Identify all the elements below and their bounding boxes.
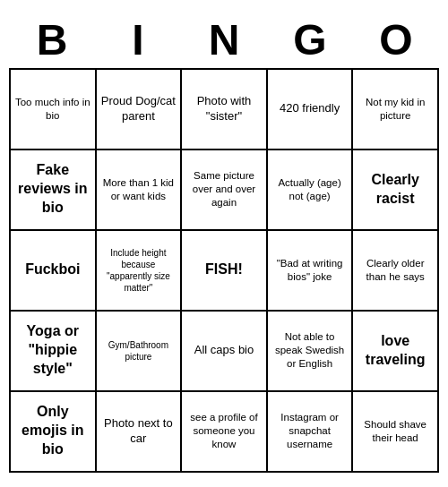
bingo-cell-7[interactable]: Same picture over and over again [182, 150, 268, 231]
bingo-cell-11[interactable]: Include height because "apparently size … [97, 231, 183, 312]
bingo-cell-23[interactable]: Instagram or snapchat username [268, 392, 354, 473]
bingo-cell-0[interactable]: Too much info in bio [11, 70, 97, 150]
bingo-cell-21[interactable]: Photo next to car [97, 392, 183, 473]
bingo-cell-16[interactable]: Gym/Bathroom picture [97, 312, 183, 392]
bingo-grid: Too much info in bioProud Dog/cat parent… [9, 68, 439, 473]
letter-b: B [13, 15, 91, 64]
bingo-cell-10[interactable]: Fuckboi [11, 231, 97, 312]
bingo-cell-19[interactable]: love traveling [353, 312, 439, 392]
letter-n: N [185, 15, 263, 64]
bingo-title: B I N G O [9, 15, 439, 64]
bingo-cell-6[interactable]: More than 1 kid or want kids [97, 150, 183, 231]
bingo-cell-9[interactable]: Clearly racist [353, 150, 439, 231]
bingo-cell-17[interactable]: All caps bio [182, 312, 268, 392]
bingo-cell-13[interactable]: "Bad at writing bios" joke [268, 231, 354, 312]
bingo-cell-20[interactable]: Only emojis in bio [11, 392, 97, 473]
letter-g: G [271, 15, 349, 64]
bingo-cell-3[interactable]: 420 friendly [268, 70, 354, 150]
bingo-cell-14[interactable]: Clearly older than he says [353, 231, 439, 312]
bingo-cell-22[interactable]: see a profile of someone you know [182, 392, 268, 473]
bingo-cell-4[interactable]: Not my kid in picture [353, 70, 439, 150]
bingo-cell-8[interactable]: Actually (age) not (age) [268, 150, 354, 231]
bingo-cell-15[interactable]: Yoga or "hippie style" [11, 312, 97, 392]
bingo-cell-1[interactable]: Proud Dog/cat parent [97, 70, 183, 150]
letter-o: O [357, 15, 435, 64]
bingo-cell-18[interactable]: Not able to speak Swedish or English [268, 312, 354, 392]
bingo-cell-12[interactable]: FISH! [182, 231, 268, 312]
bingo-cell-24[interactable]: Should shave their head [353, 392, 439, 473]
bingo-card: B I N G O Too much info in bioProud Dog/… [0, 6, 448, 482]
bingo-cell-2[interactable]: Photo with "sister" [182, 70, 268, 150]
bingo-cell-5[interactable]: Fake reviews in bio [11, 150, 97, 231]
letter-i: I [99, 15, 177, 64]
